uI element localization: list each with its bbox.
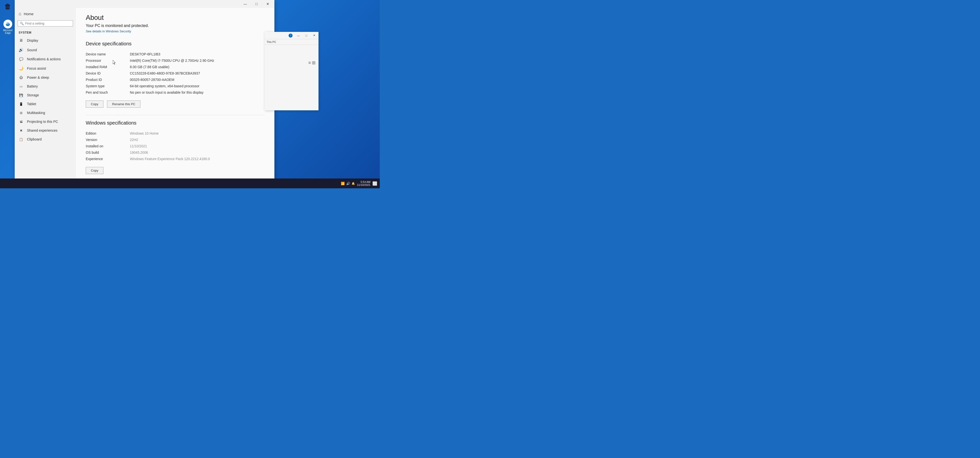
sidebar-home[interactable]: ⌂ Home	[15, 9, 76, 19]
taskbar: 📶 🔊 🔔 5:54 AM 11/10/2021 ⬜	[0, 179, 380, 188]
security-link[interactable]: See details in Windows Security	[86, 29, 131, 33]
home-icon: ⌂	[19, 11, 21, 16]
taskbar-show-desktop-button[interactable]: ⬜	[372, 181, 377, 186]
fe-minimize-button[interactable]: —	[294, 32, 302, 39]
spec-row-installed-on: Installed on 11/10/2021	[86, 143, 265, 149]
page-title: About	[86, 14, 265, 22]
home-label: Home	[24, 12, 33, 16]
copy-windows-specs-button[interactable]: Copy	[86, 167, 103, 174]
taskbar-clock[interactable]: 5:54 AM 11/10/2021	[357, 180, 371, 186]
taskbar-network-icon[interactable]: 📶	[341, 182, 345, 185]
settings-window: — □ ✕ ⌂ Home 🔍 System	[15, 0, 274, 179]
tablet-icon: 📱	[19, 102, 24, 106]
projecting-icon: 📽	[19, 120, 24, 124]
edge-icon[interactable]: MicrosofEdge	[2, 20, 14, 34]
spec-value: Intel(R) Core(TM) i7-7500U CPU @ 2.70GHz…	[130, 59, 265, 62]
spec-label: OS build	[86, 150, 130, 155]
spec-value: 64-bit operating system, x64-based proce…	[130, 84, 265, 88]
rename-pc-button[interactable]: Rename this PC	[107, 101, 141, 108]
spec-label: Experience	[86, 157, 130, 161]
sidebar-item-multitasking[interactable]: ⊞ Multitasking	[15, 109, 76, 117]
sound-icon: 🔊	[19, 48, 24, 52]
taskbar-icons: 📶 🔊 🔔	[341, 182, 355, 185]
spec-label: Installed RAM	[86, 65, 130, 69]
windows-specs-heading: Windows specifications	[86, 120, 265, 126]
sidebar-item-projecting[interactable]: 📽 Projecting to this PC	[15, 117, 76, 126]
sidebar-item-notifications[interactable]: 💬 Notifications & actions	[15, 55, 76, 64]
spec-label: Version	[86, 138, 130, 142]
spec-label: Device ID	[86, 71, 130, 75]
spec-label: Installed on	[86, 144, 130, 148]
spec-label: Device name	[86, 52, 130, 56]
sidebar: ⌂ Home 🔍 System 🖥 Display 🔊 Sound	[15, 8, 76, 179]
spec-label: Pen and touch	[86, 91, 130, 94]
taskbar-volume-icon[interactable]: 🔊	[346, 182, 350, 185]
divider	[86, 115, 265, 115]
sidebar-item-sound[interactable]: 🔊 Sound	[15, 45, 76, 55]
sidebar-section-label: System	[15, 28, 76, 36]
sidebar-item-focus[interactable]: 🌙 Focus assist	[15, 64, 76, 73]
multitasking-icon: ⊞	[19, 111, 24, 115]
spec-label: System type	[86, 84, 130, 88]
breadcrumb-text: This PC	[267, 40, 276, 43]
fe-close-button[interactable]: ✕	[310, 32, 318, 39]
settings-body: ⌂ Home 🔍 System 🖥 Display 🔊 Sound	[15, 8, 274, 179]
spec-row-os-build: OS build 19045.2006	[86, 149, 265, 156]
search-input[interactable]	[25, 22, 71, 25]
spec-row-edition: Edition Windows 10 Home	[86, 130, 265, 137]
power-icon: ⏻	[19, 75, 24, 80]
maximize-button[interactable]: □	[251, 0, 262, 8]
sidebar-item-display[interactable]: 🖥 Display	[15, 36, 76, 45]
minimize-button[interactable]: —	[240, 0, 251, 8]
spec-value: 19045.2006	[130, 150, 265, 155]
sidebar-item-storage[interactable]: 💾 Storage	[15, 91, 76, 99]
device-spec-buttons: Copy Rename this PC	[86, 101, 265, 110]
spec-value: No pen or touch input is available for t…	[130, 91, 265, 94]
spec-value: 00325-80057-28700-AAOEM	[130, 78, 265, 81]
grid-view-icon[interactable]: ⊞	[312, 60, 315, 65]
sidebar-item-shared[interactable]: ✖ Shared experiences	[15, 126, 76, 135]
spec-row-device-id: Device ID CC153228-E480-480D-97E8-367BCE…	[86, 70, 265, 77]
sidebar-item-label: Display	[27, 38, 38, 42]
recycle-bin-icon[interactable]: 🗑	[2, 2, 14, 11]
window-titlebar: — □ ✕	[15, 0, 274, 8]
spec-value: CC153228-E480-480D-97E8-367BCEBA3937	[130, 71, 265, 75]
spec-row-device-name: Device name DESKTOP-6FL1IB3	[86, 51, 265, 57]
spec-value: DESKTOP-6FL1IB3	[130, 52, 265, 56]
device-specs-table: Device name DESKTOP-6FL1IB3 Processor In…	[86, 51, 265, 96]
taskbar-time-text: 5:54 AM	[357, 180, 371, 184]
file-explorer-titlebar: ? — □ ✕	[265, 32, 318, 39]
sidebar-item-power[interactable]: ⏻ Power & sleep	[15, 73, 76, 82]
search-icon: 🔍	[20, 22, 24, 25]
fe-help-button[interactable]: ?	[286, 32, 294, 39]
taskbar-notification-icon[interactable]: 🔔	[352, 182, 355, 185]
list-view-icon[interactable]: ≡	[308, 60, 311, 65]
spec-row-processor: Processor Intel(R) Core(TM) i7-7500U CPU…	[86, 57, 265, 64]
close-button[interactable]: ✕	[262, 0, 274, 8]
sidebar-item-label: Sound	[27, 48, 37, 52]
sidebar-item-label: Storage	[27, 93, 39, 97]
spec-row-experience: Experience Windows Feature Experience Pa…	[86, 156, 265, 162]
copy-device-specs-button[interactable]: Copy	[86, 101, 103, 108]
file-explorer-toolbar: ≡ ⊞	[267, 47, 317, 67]
spec-value: 22H2	[130, 138, 265, 142]
sidebar-item-label: Shared experiences	[27, 128, 57, 132]
clipboard-icon: 📋	[19, 137, 24, 141]
spec-value: Windows 10 Home	[130, 131, 265, 135]
desktop: 🗑 MicrosofEdge — □ ✕ ⌂ Home	[0, 0, 380, 188]
spec-row-pen-touch: Pen and touch No pen or touch input is a…	[86, 89, 265, 96]
sidebar-search-container: 🔍	[18, 20, 73, 27]
spec-row-ram: Installed RAM 8.00 GB (7.88 GB usable)	[86, 64, 265, 70]
sidebar-item-clipboard[interactable]: 📋 Clipboard	[15, 135, 76, 144]
spec-row-system-type: System type 64-bit operating system, x64…	[86, 83, 265, 89]
sidebar-item-label: Battery	[27, 85, 38, 88]
spec-label: Product ID	[86, 78, 130, 81]
sidebar-item-battery[interactable]: ▭ Battery	[15, 82, 76, 91]
spec-row-version: Version 22H2	[86, 137, 265, 143]
storage-icon: 💾	[19, 93, 24, 97]
sidebar-item-tablet[interactable]: 📱 Tablet	[15, 99, 76, 109]
fe-maximize-button[interactable]: □	[302, 32, 310, 39]
sidebar-item-label: Tablet	[27, 102, 36, 106]
file-explorer-content: ≡ ⊞	[265, 45, 318, 69]
device-specs-heading: Device specifications	[86, 41, 265, 46]
